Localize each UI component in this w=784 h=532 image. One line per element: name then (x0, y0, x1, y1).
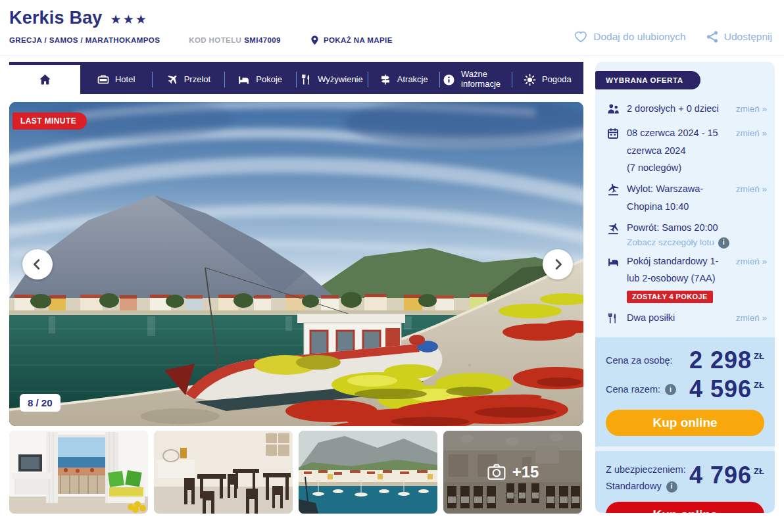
change-departure-link[interactable]: zmień » (731, 180, 767, 198)
currency-label: ZŁ (754, 351, 764, 361)
insurance-info-icon[interactable]: i (666, 481, 677, 493)
chevron-left-icon (30, 257, 45, 272)
price-total-label: Cena razem:i (606, 384, 676, 395)
thumbnail-restaurant[interactable] (154, 431, 293, 514)
more-photos-count: +15 (512, 463, 539, 481)
hotel-photo (9, 102, 583, 426)
room-photo (9, 431, 148, 514)
price-section: Cena za osobę: 2 298ZŁ Cena razem:i 4 59… (595, 337, 775, 447)
star-rating: ★★★ (110, 12, 148, 27)
sun-icon (524, 74, 536, 86)
tab-hotel[interactable]: Hotel (80, 65, 152, 94)
tab-pokoje[interactable]: Pokoje (224, 65, 296, 94)
share-icon (706, 30, 719, 43)
tab-pogoda[interactable]: Pogoda (512, 65, 583, 94)
breadcrumb: GRECJA / SAMOS / MARATHOKAMPOS (9, 36, 160, 44)
thumbnail-harbor[interactable] (299, 431, 437, 514)
plane-departure-icon (607, 183, 620, 196)
chevron-right-icon (551, 257, 565, 272)
last-minute-badge: LAST MINUTE (12, 112, 87, 130)
insurance-section: Z ubezpieczeniem: Standardowyi 4 796ZŁ K… (595, 451, 775, 513)
tab-home[interactable] (9, 65, 80, 94)
hotel-code: KOD HOTELUSMI47009 (189, 36, 281, 44)
restaurant-photo (154, 431, 293, 514)
thumbnail-conference-room[interactable]: +15 (443, 431, 582, 514)
tab-atrakcje[interactable]: Atrakcje (368, 65, 439, 94)
currency-label: ZŁ (754, 466, 764, 476)
currency-label: ZŁ (754, 380, 764, 390)
insurance-label: Z ubezpieczeniem: Standardowyi (606, 462, 686, 495)
signpost-icon (380, 74, 391, 85)
photo-thumbnails: +15 (9, 431, 583, 514)
bed-icon (607, 256, 620, 268)
hotel-section-nav: Hotel Przelot Pokoje Wyżywienie Atrakcje… (9, 62, 583, 94)
offer-row-return: Powrót: Samos 20:00 Zobacz szczegóły lot… (607, 219, 767, 249)
selected-offer-header: WYBRANA OFERTA (595, 71, 700, 89)
rooms-left-badge: ZOSTAŁY 4 POKOJE (627, 291, 713, 303)
harbor-photo (299, 431, 437, 514)
total-price-info-icon[interactable]: i (665, 384, 676, 395)
tab-wazne-informacje[interactable]: Ważne informacje (439, 65, 511, 94)
photo-carousel: LAST MINUTE 8 / 20 (9, 102, 583, 426)
plane-icon (166, 74, 178, 86)
tab-wyzywienie[interactable]: Wyżywienie (296, 65, 368, 94)
show-on-map-link[interactable]: POKAŻ NA MAPIE (310, 34, 393, 46)
hotel-header: Kerkis Bay ★★★ GRECJA / SAMOS / MARATHOK… (0, 0, 784, 56)
price-per-person: 2 298ZŁ (689, 347, 764, 374)
utensils-icon (301, 74, 312, 85)
share-button[interactable]: Udostępnij (706, 30, 772, 43)
change-guests-link[interactable]: zmień » (731, 100, 767, 118)
prev-photo-button[interactable] (22, 249, 53, 279)
add-to-favorites-button[interactable]: Dodaj do ulubionych (574, 30, 685, 43)
change-room-link[interactable]: zmień » (731, 253, 767, 270)
offer-row-room: Pokój standardowy 1- lub 2-osobowy (7AA)… (607, 253, 767, 306)
offer-row-guests: 2 dorosłych + 0 dzieci zmień » (607, 100, 767, 121)
buy-online-button[interactable]: Kup online (606, 410, 764, 436)
photo-counter: 8 / 20 (20, 394, 61, 412)
map-pin-icon (310, 34, 320, 46)
buy-online-with-insurance-button[interactable]: Kup online (606, 502, 764, 513)
flight-info-icon[interactable]: i (718, 237, 729, 249)
home-icon (39, 74, 51, 85)
flight-details-link[interactable]: Zobacz szczegóły lotui (627, 237, 763, 249)
calendar-icon (607, 128, 619, 139)
hotel-sign-icon (97, 74, 109, 85)
change-meals-link[interactable]: zmień » (731, 309, 767, 327)
price-total: 4 596ZŁ (689, 375, 764, 403)
offer-row-departure: Wylot: Warszawa-Chopina 10:40 zmień » (607, 180, 767, 216)
thumbnail-room[interactable] (9, 431, 148, 514)
guests-icon (607, 103, 620, 115)
page-title: Kerkis Bay (9, 8, 103, 28)
bed-icon (237, 74, 250, 85)
next-photo-button[interactable] (543, 249, 573, 279)
nights-count: (7 noclegów) (627, 162, 681, 173)
offer-row-dates: 08 czerwca 2024 - 15 czerwca 2024(7 nocl… (607, 124, 767, 177)
camera-icon (487, 464, 506, 481)
meals-icon (607, 312, 618, 324)
selected-offer-panel: WYBRANA OFERTA 2 dorosłych + 0 dzieci zm… (595, 62, 775, 513)
change-dates-link[interactable]: zmień » (731, 124, 767, 142)
info-circle-icon (443, 74, 455, 86)
more-photos-overlay[interactable]: +15 (443, 431, 582, 514)
tab-przelot[interactable]: Przelot (152, 65, 224, 94)
insurance-price: 4 796ZŁ (689, 462, 764, 489)
price-per-person-label: Cena za osobę: (606, 355, 673, 366)
plane-arrival-icon (607, 222, 620, 235)
heart-icon (574, 30, 588, 43)
offer-row-meals: Dwa posiłki zmień » (607, 309, 767, 330)
